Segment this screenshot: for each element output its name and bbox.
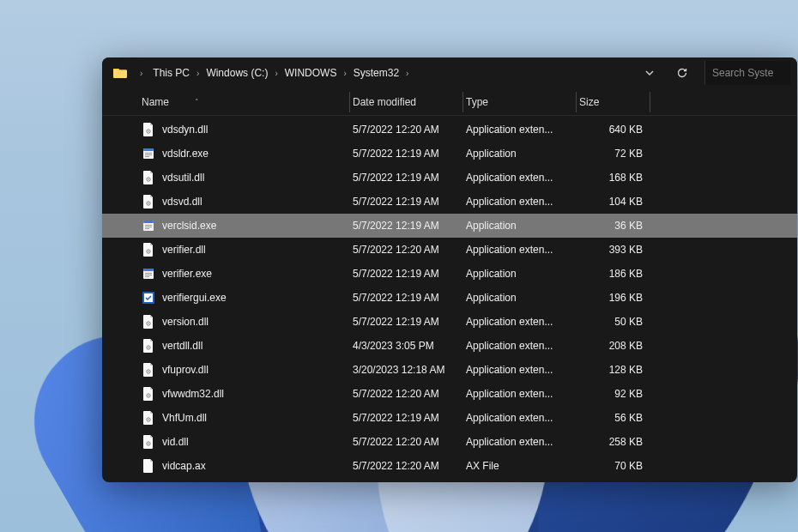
chevron-right-icon[interactable]: › (191, 69, 204, 78)
svg-point-26 (148, 323, 149, 324)
file-date: 5/7/2022 12:20 AM (353, 460, 466, 472)
breadcrumb: This PC›Windows (C:)›WINDOWS›System32› (151, 65, 634, 81)
svg-rect-19 (143, 269, 154, 271)
file-name: VhfUm.dll (162, 412, 207, 424)
file-date: 5/7/2022 12:20 AM (353, 124, 466, 136)
search-input[interactable]: Search Syste (704, 61, 790, 85)
file-name: vdsutil.dll (162, 172, 204, 184)
file-row[interactable]: vdsldr.exe5/7/2022 12:19 AMApplication72… (102, 142, 797, 166)
file-row[interactable]: verclsid.exe5/7/2022 12:19 AMApplication… (102, 214, 797, 238)
chevron-right-icon[interactable]: › (338, 69, 351, 78)
file-size: 72 KB (579, 148, 653, 160)
column-header-name[interactable]: Name ˄ (142, 96, 353, 108)
file-type: Application (466, 292, 579, 304)
file-date: 5/7/2022 12:20 AM (353, 436, 466, 448)
file-date: 5/7/2022 12:19 AM (353, 268, 466, 280)
file-icon (142, 411, 155, 425)
file-row[interactable]: verifier.exe5/7/2022 12:19 AMApplication… (102, 262, 797, 286)
chevron-right-icon[interactable]: › (135, 69, 148, 78)
svg-rect-21 (145, 275, 152, 275)
file-size: 640 KB (579, 124, 653, 136)
svg-rect-20 (145, 273, 152, 274)
column-header-date[interactable]: Date modified (353, 96, 466, 108)
file-type: Application exten... (466, 340, 579, 352)
breadcrumb-segment[interactable]: This PC (151, 65, 191, 81)
breadcrumb-segment[interactable]: System32 (352, 65, 401, 81)
file-type: Application exten... (466, 388, 579, 400)
svg-point-34 (148, 419, 149, 420)
file-date: 5/7/2022 12:19 AM (353, 172, 466, 184)
file-name: verifier.dll (162, 244, 206, 256)
file-size: 393 KB (579, 244, 653, 256)
file-name: vertdll.dll (162, 340, 203, 352)
file-name: vid.dll (162, 436, 189, 448)
file-type: Application exten... (466, 124, 579, 136)
file-explorer-window: › This PC›Windows (C:)›WINDOWS›System32›… (102, 57, 797, 482)
svg-point-17 (148, 251, 149, 252)
file-row[interactable]: vdsdyn.dll5/7/2022 12:20 AMApplication e… (102, 118, 797, 142)
file-name: vdsdyn.dll (162, 124, 208, 136)
file-size: 92 KB (579, 388, 653, 400)
refresh-button[interactable] (670, 61, 694, 85)
file-date: 3/20/2023 12:18 AM (353, 364, 466, 376)
file-name: vdsvd.dll (162, 196, 203, 208)
file-name: vidcap.ax (162, 460, 206, 472)
file-list[interactable]: vdsdyn.dll5/7/2022 12:20 AMApplication e… (102, 116, 797, 482)
file-icon (142, 291, 155, 305)
file-icon (142, 435, 155, 449)
file-date: 5/7/2022 12:19 AM (353, 412, 466, 424)
file-row[interactable]: vidcap.ax5/7/2022 12:20 AMAX File70 KB (102, 454, 797, 478)
file-size: 36 KB (579, 220, 653, 232)
file-size: 104 KB (579, 196, 653, 208)
search-placeholder: Search Syste (712, 67, 773, 79)
svg-point-10 (148, 203, 149, 204)
file-name: vdsldr.exe (162, 148, 209, 160)
file-name: verifier.exe (162, 268, 212, 280)
svg-rect-22 (145, 276, 149, 277)
svg-rect-13 (145, 225, 152, 226)
chevron-right-icon[interactable]: › (401, 69, 414, 78)
file-name: verclsid.exe (162, 220, 216, 232)
file-type: Application exten... (466, 364, 579, 376)
file-type: Application (466, 148, 579, 160)
column-header-size[interactable]: Size (579, 96, 653, 108)
file-row[interactable]: vdsvd.dll5/7/2022 12:19 AMApplication ex… (102, 190, 797, 214)
chevron-right-icon[interactable]: › (269, 69, 282, 78)
address-bar: › This PC›Windows (C:)›WINDOWS›System32›… (102, 57, 797, 88)
file-date: 5/7/2022 12:19 AM (353, 292, 466, 304)
file-size: 56 KB (579, 412, 653, 424)
file-row[interactable]: version.dll5/7/2022 12:19 AMApplication … (102, 310, 797, 334)
column-header-type[interactable]: Type (466, 96, 579, 108)
svg-rect-4 (145, 153, 152, 154)
file-row[interactable]: vfwwdm32.dll5/7/2022 12:20 AMApplication… (102, 382, 797, 406)
svg-point-8 (148, 178, 149, 180)
svg-point-32 (148, 395, 149, 396)
dropdown-button[interactable] (638, 61, 662, 85)
file-size: 128 KB (579, 364, 653, 376)
svg-point-36 (148, 443, 149, 444)
file-icon (142, 195, 155, 209)
svg-rect-6 (145, 156, 149, 157)
svg-rect-5 (145, 154, 152, 155)
svg-rect-15 (145, 228, 149, 229)
file-name: version.dll (162, 316, 209, 328)
file-type: Application exten... (466, 244, 579, 256)
file-type: Application exten... (466, 436, 579, 448)
file-row[interactable]: VhfUm.dll5/7/2022 12:19 AMApplication ex… (102, 406, 797, 430)
file-size: 50 KB (579, 316, 653, 328)
file-row[interactable]: vertdll.dll4/3/2023 3:05 PMApplication e… (102, 334, 797, 358)
file-row[interactable]: verifiergui.exe5/7/2022 12:19 AMApplicat… (102, 286, 797, 310)
file-date: 5/7/2022 12:20 AM (353, 244, 466, 256)
file-icon (142, 339, 155, 353)
file-size: 168 KB (579, 172, 653, 184)
file-row[interactable]: vid.dll5/7/2022 12:20 AMApplication exte… (102, 430, 797, 454)
file-icon (142, 123, 155, 136)
file-row[interactable]: vfuprov.dll3/20/2023 12:18 AMApplication… (102, 358, 797, 382)
breadcrumb-segment[interactable]: WINDOWS (283, 65, 339, 81)
file-icon (142, 171, 155, 184)
file-icon (142, 219, 155, 233)
svg-point-1 (148, 130, 149, 132)
breadcrumb-segment[interactable]: Windows (C:) (204, 65, 269, 81)
file-row[interactable]: vdsutil.dll5/7/2022 12:19 AMApplication … (102, 166, 797, 190)
file-row[interactable]: verifier.dll5/7/2022 12:20 AMApplication… (102, 238, 797, 262)
